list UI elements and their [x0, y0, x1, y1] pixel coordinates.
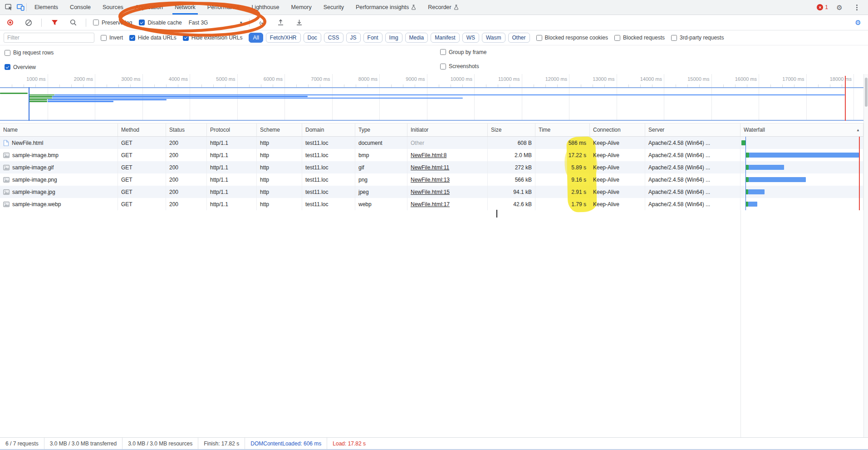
record-button[interactable]: [4, 17, 16, 29]
error-badge[interactable]: × 1: [817, 4, 828, 10]
filter-type-media[interactable]: Media: [405, 33, 428, 43]
tab-recorder[interactable]: Recorder: [422, 0, 464, 15]
invert-checkbox[interactable]: Invert: [101, 35, 123, 41]
cell-domain: test11.loc: [302, 173, 355, 186]
filter-type-ws[interactable]: WS: [462, 33, 479, 43]
column-header-name[interactable]: Name: [0, 124, 118, 136]
settings-button[interactable]: ⚙: [834, 1, 845, 13]
clear-button[interactable]: [23, 17, 34, 29]
tab-application[interactable]: Application: [129, 0, 169, 15]
timeline-overview[interactable]: 1000 ms2000 ms3000 ms4000 ms5000 ms6000 …: [0, 74, 863, 121]
initiator-link[interactable]: NewFile.html:11: [411, 164, 449, 171]
preserve-log-checkbox[interactable]: Preserve log: [93, 20, 132, 26]
column-header-initiator[interactable]: Initiator: [407, 124, 488, 136]
gear-icon: ⚙: [836, 4, 842, 11]
table-row[interactable]: sample-image.pngGET200http/1.1httptest11…: [0, 173, 863, 186]
search-button[interactable]: [67, 17, 79, 29]
hide-extension-urls-checkbox[interactable]: Hide extension URLs: [183, 35, 243, 41]
third-party-requests-checkbox[interactable]: 3rd-party requests: [671, 35, 724, 41]
column-header-server[interactable]: Server: [645, 124, 740, 136]
inspect-icon: [5, 4, 13, 11]
tick-label: 15000 ms: [687, 76, 709, 82]
table-row[interactable]: sample-image.webpGET200http/1.1httptest1…: [0, 198, 863, 210]
column-header-size[interactable]: Size: [488, 124, 535, 136]
tick-label: 3000 ms: [121, 76, 140, 82]
filter-type-js[interactable]: JS: [346, 33, 361, 43]
tab-console[interactable]: Console: [64, 0, 97, 15]
time-value: 2.91 s: [571, 189, 586, 195]
export-har-button[interactable]: [294, 17, 305, 29]
column-header-protocol[interactable]: Protocol: [207, 124, 257, 136]
tab-network[interactable]: Network: [169, 0, 201, 15]
time-value: 1.79 s: [571, 201, 586, 208]
tab-performance[interactable]: Performance: [201, 0, 246, 15]
cell-waterfall: [740, 161, 863, 173]
filter-type-wasm[interactable]: Wasm: [482, 33, 505, 43]
tab-performance-insights[interactable]: Performance insights: [350, 0, 422, 15]
initiator-link[interactable]: NewFile.html:8: [411, 152, 446, 158]
filter-type-css[interactable]: CSS: [324, 33, 343, 43]
filter-toggle-button[interactable]: [49, 17, 60, 29]
initiator-link[interactable]: NewFile.html:13: [411, 177, 450, 183]
network-toolbar: Preserve log Disable cache Fast 3G ▾ ⚙: [0, 15, 868, 30]
tab-memory[interactable]: Memory: [285, 0, 318, 15]
more-options-button[interactable]: [851, 1, 863, 13]
filter-type-fetch-xhr[interactable]: Fetch/XHR: [266, 33, 301, 43]
cell-method: GET: [118, 173, 166, 186]
device-toolbar-button[interactable]: [15, 1, 26, 13]
filter-type-other[interactable]: Other: [508, 33, 530, 43]
overview-checkbox[interactable]: Overview: [5, 64, 36, 70]
column-header-scheme[interactable]: Scheme: [257, 124, 302, 136]
big-request-rows-checkbox[interactable]: Big request rows: [5, 49, 54, 56]
group-by-frame-checkbox[interactable]: Group by frame: [440, 49, 486, 55]
throttling-select[interactable]: Fast 3G ▾: [189, 20, 242, 26]
filter-type-doc[interactable]: Doc: [304, 33, 321, 43]
scrollbar-thumb[interactable]: [865, 78, 868, 107]
cell-size: 2.0 MB: [488, 149, 535, 161]
import-har-button[interactable]: [275, 17, 287, 29]
filter-type-manifest[interactable]: Manifest: [431, 33, 459, 43]
tab-sources[interactable]: Sources: [97, 0, 129, 15]
cell-connection: Keep-Alive: [590, 186, 645, 198]
table-row[interactable]: sample-image.jpgGET200http/1.1httptest11…: [0, 186, 863, 198]
grid-line: [711, 74, 712, 121]
grid-line: [474, 74, 475, 121]
vertical-scrollbar[interactable]: [863, 74, 868, 437]
blocked-response-cookies-checkbox[interactable]: Blocked response cookies: [536, 35, 608, 41]
cell-server: Apache/2.4.58 (Win64) ...: [645, 149, 740, 161]
column-header-type[interactable]: Type: [355, 124, 407, 136]
filter-type-font[interactable]: Font: [363, 33, 383, 43]
table-row[interactable]: sample-image.gifGET200http/1.1httptest11…: [0, 161, 863, 173]
cell-waterfall: [740, 149, 863, 161]
column-header-status[interactable]: Status: [166, 124, 207, 136]
blocked-requests-checkbox[interactable]: Blocked requests: [614, 35, 665, 41]
table-row[interactable]: NewFile.htmlGET200http/1.1httptest11.loc…: [0, 137, 863, 149]
inspect-element-button[interactable]: [3, 1, 15, 13]
initiator-link[interactable]: NewFile.html:15: [411, 189, 450, 195]
network-settings-button[interactable]: ⚙: [852, 17, 864, 29]
tab-lighthouse[interactable]: Lighthouse: [245, 0, 285, 15]
column-header-time[interactable]: Time: [535, 124, 590, 136]
screenshots-checkbox[interactable]: Screenshots: [440, 63, 479, 69]
grid-line: [617, 74, 617, 121]
filter-type-all[interactable]: All: [249, 33, 263, 43]
column-header-method[interactable]: Method: [118, 124, 166, 136]
filter-type-img[interactable]: Img: [385, 33, 402, 43]
tick-label: 13000 ms: [593, 76, 614, 82]
overview-border: [0, 120, 863, 121]
column-header-waterfall[interactable]: Waterfall▲: [740, 124, 863, 136]
initiator-link[interactable]: NewFile.html:17: [411, 201, 450, 208]
hide-data-urls-checkbox[interactable]: Hide data URLs: [129, 35, 177, 41]
filter-input[interactable]: [4, 33, 94, 43]
cell-connection: Keep-Alive: [590, 173, 645, 186]
dcl-event-line: [29, 87, 29, 121]
tab-elements[interactable]: Elements: [29, 0, 64, 15]
overview-request-bar: [48, 99, 167, 100]
cell-initiator: NewFile.html:13: [407, 173, 488, 186]
column-header-connection[interactable]: Connection: [590, 124, 645, 136]
table-row[interactable]: sample-image.bmpGET200http/1.1httptest11…: [0, 149, 863, 161]
disable-cache-checkbox[interactable]: Disable cache: [139, 20, 181, 26]
tab-security[interactable]: Security: [318, 0, 350, 15]
network-conditions-button[interactable]: [256, 17, 268, 29]
column-header-domain[interactable]: Domain: [302, 124, 355, 136]
